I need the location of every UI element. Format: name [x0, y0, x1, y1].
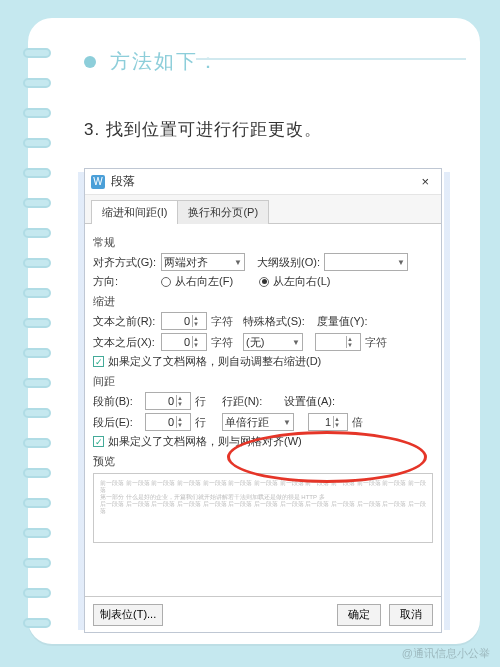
measure-unit: 字符	[365, 335, 387, 350]
spacing-grid-checkbox[interactable]: ✓	[93, 436, 104, 447]
linespacing-value: 单倍行距	[225, 415, 269, 430]
space-after-value: 0	[148, 416, 176, 428]
dialog-titlebar: W 段落 ×	[85, 169, 441, 195]
direction-ltr-label: 从左向右(L)	[273, 274, 330, 289]
spinner-arrows-icon: ▲▼	[346, 336, 358, 348]
space-before-spinner[interactable]: 0 ▲▼	[145, 392, 191, 410]
tabstops-label: 制表位(T)...	[100, 607, 156, 622]
spinner-arrows-icon: ▲▼	[176, 416, 188, 428]
paragraph-dialog: W 段落 × 缩进和间距(I) 换行和分页(P) 常规 对齐方式(G): 两端对…	[84, 168, 442, 633]
step-text: 3. 找到位置可进行行距更改。	[84, 118, 322, 141]
indent-before-unit: 字符	[211, 314, 233, 329]
chevron-down-icon: ▼	[281, 418, 291, 427]
special-format-value: (无)	[246, 335, 264, 350]
direction-rtl-label: 从右向左(F)	[175, 274, 233, 289]
ok-button[interactable]: 确定	[337, 604, 381, 626]
indent-grid-checkbox[interactable]: ✓	[93, 356, 104, 367]
close-button[interactable]: ×	[415, 174, 435, 189]
dialog-body: 常规 对齐方式(G): 两端对齐 ▼ 大纲级别(O): ▼ 方向: 从右向左(F…	[85, 224, 441, 549]
direction-rtl-radio[interactable]	[161, 277, 171, 287]
indent-after-label: 文本之后(X):	[93, 335, 157, 350]
space-after-spinner[interactable]: 0 ▲▼	[145, 413, 191, 431]
alignment-value: 两端对齐	[164, 255, 208, 270]
bullet-dot	[84, 56, 96, 68]
setat-value: 1	[311, 416, 333, 428]
space-after-unit: 行	[195, 415, 206, 430]
indent-before-value: 0	[164, 315, 192, 327]
page-heading: 方法如下：	[110, 48, 220, 75]
preview-box: 前一段落 前一段落 前一段落 前一段落 前一段落 前一段落 前一段落 前一段落 …	[93, 473, 433, 543]
direction-label: 方向:	[93, 274, 157, 289]
setat-label: 设置值(A):	[284, 394, 335, 409]
spinner-arrows-icon: ▲▼	[192, 336, 204, 348]
cancel-button[interactable]: 取消	[389, 604, 433, 626]
dialog-tabs: 缩进和间距(I) 换行和分页(P)	[85, 195, 441, 224]
spinner-arrows-icon: ▲▼	[192, 315, 204, 327]
dialog-title: 段落	[111, 173, 135, 190]
spinner-arrows-icon: ▲▼	[176, 395, 188, 407]
linespacing-select[interactable]: 单倍行距 ▼	[222, 413, 294, 431]
direction-ltr-radio[interactable]	[259, 277, 269, 287]
space-after-label: 段后(E):	[93, 415, 141, 430]
indent-grid-label: 如果定义了文档网格，则自动调整右缩进(D)	[108, 354, 321, 369]
space-before-label: 段前(B):	[93, 394, 141, 409]
special-format-label: 特殊格式(S):	[243, 314, 305, 329]
page-edge-right	[444, 172, 450, 630]
alignment-label: 对齐方式(G):	[93, 255, 157, 270]
dialog-footer: 制表位(T)... 确定 取消	[85, 596, 441, 632]
linespacing-label: 行距(N):	[222, 394, 262, 409]
tabstops-button[interactable]: 制表位(T)...	[93, 604, 163, 626]
indent-after-spinner[interactable]: 0 ▲▼	[161, 333, 207, 351]
outline-label: 大纲级别(O):	[257, 255, 320, 270]
setat-unit: 倍	[352, 415, 363, 430]
chevron-down-icon: ▼	[395, 258, 405, 267]
space-before-unit: 行	[195, 394, 206, 409]
spacing-grid-label: 如果定义了文档网格，则与网格对齐(W)	[108, 434, 302, 449]
app-logo-icon: W	[91, 175, 105, 189]
indent-after-value: 0	[164, 336, 192, 348]
tab-indent-spacing[interactable]: 缩进和间距(I)	[91, 200, 178, 224]
notebook-page: 方法如下： 3. 找到位置可进行行距更改。 W 段落 × 缩进和间距(I) 换行…	[28, 18, 480, 644]
indent-before-label: 文本之前(R):	[93, 314, 157, 329]
tab-line-breaks[interactable]: 换行和分页(P)	[177, 200, 269, 224]
group-indent: 缩进	[93, 294, 433, 309]
chevron-down-icon: ▼	[232, 258, 242, 267]
heading-rule	[196, 58, 466, 60]
group-spacing: 间距	[93, 374, 433, 389]
group-preview: 预览	[93, 454, 433, 469]
alignment-select[interactable]: 两端对齐 ▼	[161, 253, 245, 271]
special-format-select[interactable]: (无) ▼	[243, 333, 303, 351]
binder-holes	[23, 48, 51, 628]
group-general: 常规	[93, 235, 433, 250]
space-before-value: 0	[148, 395, 176, 407]
chevron-down-icon: ▼	[290, 338, 300, 347]
setat-spinner[interactable]: 1 ▲▼	[308, 413, 348, 431]
spinner-arrows-icon: ▲▼	[333, 416, 345, 428]
indent-after-unit: 字符	[211, 335, 233, 350]
indent-before-spinner[interactable]: 0 ▲▼	[161, 312, 207, 330]
watermark: @通讯信息小公举	[402, 646, 490, 661]
measure-spinner[interactable]: ▲▼	[315, 333, 361, 351]
measure-label: 度量值(Y):	[317, 314, 368, 329]
outline-select[interactable]: ▼	[324, 253, 408, 271]
